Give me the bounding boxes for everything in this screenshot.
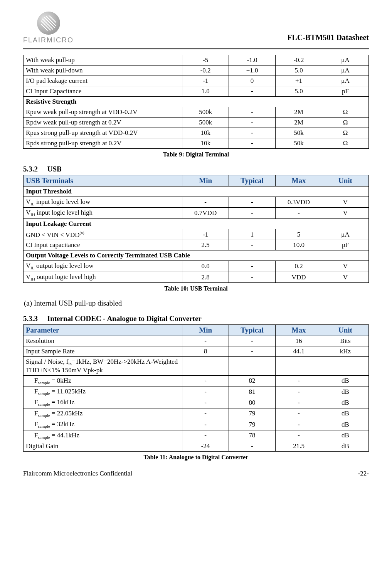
table-row: With weak pull-up -5 -1.0 -0.2 μA [24,55,369,66]
max-cell: 10.0 [276,240,322,250]
min-cell: - [182,419,229,430]
max-cell: - [276,386,322,397]
unit-cell: V [322,272,369,282]
table10-caption: Table 10: USB Terminal [23,285,369,292]
min-cell: 2.8 [182,272,229,282]
param-cell: Rpuw weak pull-up strength at VDD-0.2V [24,107,182,118]
unit-cell: dB [322,397,369,408]
min-cell: - [182,375,229,386]
table-row: Rpuw weak pull-up strength at VDD-0.2V 5… [24,107,369,118]
col-typ: Typical [229,175,276,187]
logo-text: FLAIRMICRO [23,36,74,44]
table-row: Fsample = 44.1kHz - 78 - dB [24,430,369,441]
page-header: FLAIRMICRO FLC-BTM501 Datasheet [23,12,369,44]
footer-rule [23,468,369,468]
min-cell: -1 [182,229,229,240]
table-row: I/O pad leakage current -1 0 +1 μA [24,76,369,86]
col-min: Min [182,325,229,336]
unit-cell: dB [322,408,369,419]
min-cell: -1 [182,76,229,86]
min-cell: - [182,408,229,419]
section-title: USB [47,165,62,173]
unit-cell: Ω [322,128,369,138]
param-cell: VIH input logic level high [24,208,182,218]
unit-cell: μA [322,66,369,76]
section-row: Input Leakage Current [24,218,369,229]
typ-cell: 81 [229,386,276,397]
max-cell: - [276,397,322,408]
section-header-cell: Input Threshold [24,187,369,197]
table10-note: (a) Internal USB pull-up disabled [24,299,369,307]
table-row: Fsample = 8kHz - 82 - dB [24,375,369,386]
section-title: Internal CODEC - Analogue to Digital Con… [47,314,202,323]
max-cell: 5 [276,229,322,240]
typ-cell: - [229,346,276,357]
table-row: Fsample = 11.025kHz - 81 - dB [24,386,369,397]
unit-cell: dB [322,419,369,430]
table-row: Signal / Noise, fin=1kHz, BW=20Hz->20kHz… [24,357,369,375]
max-cell: - [276,430,322,441]
param-cell: Fsample = 16kHz [24,397,182,408]
unit-cell: pF [322,86,369,97]
typ-cell [229,357,276,375]
unit-cell: V [322,197,369,208]
unit-cell: dB [322,441,369,451]
param-cell: Fsample = 32kHz [24,419,182,430]
min-cell: 0.7VDD [182,208,229,218]
max-cell [276,357,322,375]
param-cell: VIL input logic level low [24,197,182,208]
min-cell: 1.0 [182,86,229,97]
typ-cell: - [229,128,276,138]
max-cell: +1 [276,76,322,86]
table-row: Rpdw weak pull-up strength at 0.2V 500k … [24,118,369,128]
footer-left: Flaircomm Microelectronics Confidential [23,470,132,477]
max-cell: - [276,408,322,419]
table-row: CI Input capacitance 2.5 - 10.0 pF [24,240,369,250]
typ-cell: 0 [229,76,276,86]
table9-caption: Table 9: Digital Terminal [23,151,369,158]
typ-cell: - [229,336,276,346]
col-max: Max [276,325,322,336]
max-cell: -0.2 [276,55,322,66]
max-cell: 2M [276,118,322,128]
unit-cell: Bits [322,336,369,346]
max-cell: 50k [276,138,322,149]
col-unit: Unit [322,325,369,336]
param-cell: Resolution [24,336,182,346]
min-cell: - [182,197,229,208]
param-cell: Signal / Noise, fin=1kHz, BW=20Hz->20kHz… [24,357,182,375]
logo-icon [37,12,60,35]
min-cell: -0.2 [182,66,229,76]
typ-cell: - [229,118,276,128]
min-cell: - [182,386,229,397]
unit-cell [322,357,369,375]
col-param: Parameter [24,325,182,336]
section-number: 5.3.2 [23,165,45,173]
param-cell: Rpdw weak pull-up strength at 0.2V [24,118,182,128]
unit-cell: dB [322,430,369,441]
param-cell: CI Input capacitance [24,240,182,250]
table-row: VIH output logic level high 2.8 - VDD V [24,272,369,282]
section-5-3-2: 5.3.2 USB [23,165,369,173]
param-cell: Rpus strong pull-up strength at VDD-0.2V [24,128,182,138]
max-cell: 21.5 [276,441,322,451]
min-cell: -5 [182,55,229,66]
min-cell: 500k [182,107,229,118]
table11-caption: Table 11: Analogue to Digital Converter [23,454,369,461]
table-row: VIH input logic level high 0.7VDD - - V [24,208,369,218]
max-cell: - [276,208,322,218]
typ-cell: 82 [229,375,276,386]
logo: FLAIRMICRO [23,12,74,44]
typ-cell: 79 [229,408,276,419]
param-cell: With weak pull-up [24,55,182,66]
table-row: Fsample = 16kHz - 80 - dB [24,397,369,408]
max-cell: 5.0 [276,86,322,97]
section-row: Output Voltage Levels to Correctly Termi… [24,250,369,261]
min-cell: - [182,336,229,346]
unit-cell: kHz [322,346,369,357]
table-row: With weak pull-down -0.2 +1.0 5.0 μA [24,66,369,76]
param-cell: Fsample = 11.025kHz [24,386,182,397]
typ-cell: 79 [229,419,276,430]
unit-cell: V [322,208,369,218]
header-row: USB Terminals Min Typical Max Unit [24,175,369,187]
